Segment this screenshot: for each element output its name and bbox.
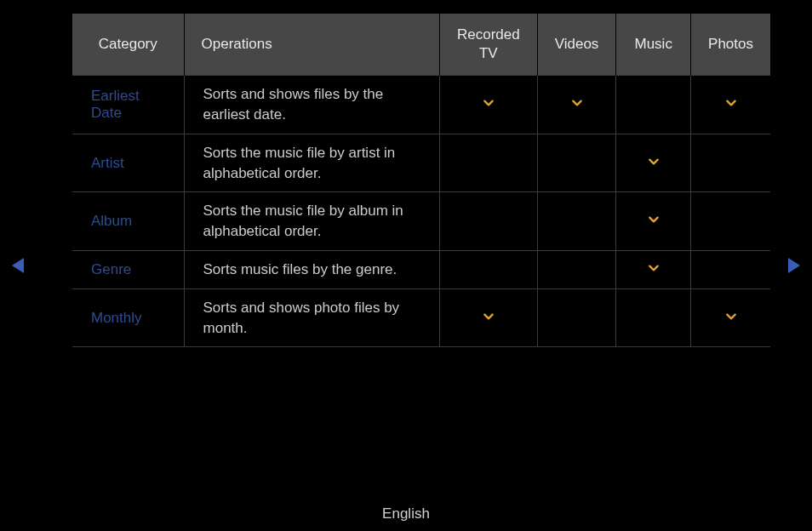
table-row: AlbumSorts the music file by album in al… <box>72 192 770 251</box>
header-category: Category <box>72 14 184 76</box>
sort-options-table: Category Operations Recorded TV Videos M… <box>72 14 770 347</box>
category-cell: Genre <box>72 250 184 288</box>
photos-cell <box>691 250 770 288</box>
recorded_tv-cell <box>439 250 537 288</box>
category-cell: Album <box>72 192 184 251</box>
chevron-down-icon <box>725 96 737 108</box>
chevron-down-icon <box>648 261 660 273</box>
table-row: Earliest DateSorts and shows files by th… <box>72 76 770 134</box>
recorded_tv-cell <box>439 192 537 251</box>
photos-cell <box>691 288 770 347</box>
photos-cell <box>691 192 770 251</box>
operations-cell: Sorts and shows photo files by month. <box>184 288 439 347</box>
recorded_tv-cell <box>439 288 537 347</box>
header-videos: Videos <box>537 14 616 76</box>
chevron-down-icon <box>725 310 737 322</box>
music-cell <box>616 250 691 288</box>
category-cell: Artist <box>72 134 184 192</box>
chevron-down-icon <box>483 96 495 108</box>
videos-cell <box>537 250 616 288</box>
table-row: ArtistSorts the music file by artist in … <box>72 134 770 192</box>
music-cell <box>616 134 691 192</box>
chevron-down-icon <box>648 213 660 225</box>
chevron-down-icon <box>571 96 583 108</box>
footer-language: English <box>0 505 812 522</box>
chevron-down-icon <box>483 310 495 322</box>
videos-cell <box>537 288 616 347</box>
operations-cell: Sorts music files by the genre. <box>184 250 439 288</box>
music-cell <box>616 288 691 347</box>
header-photos: Photos <box>691 14 770 76</box>
videos-cell <box>537 134 616 192</box>
nav-next-button[interactable] <box>788 258 800 273</box>
operations-cell: Sorts and shows files by the earliest da… <box>184 76 439 134</box>
videos-cell <box>537 192 616 251</box>
recorded_tv-cell <box>439 134 537 192</box>
operations-cell: Sorts the music file by artist in alphab… <box>184 134 439 192</box>
table-row: MonthlySorts and shows photo files by mo… <box>72 288 770 347</box>
photos-cell <box>691 76 770 134</box>
category-cell: Earliest Date <box>72 76 184 134</box>
videos-cell <box>537 76 616 134</box>
table-row: GenreSorts music files by the genre. <box>72 250 770 288</box>
category-cell: Monthly <box>72 288 184 347</box>
chevron-down-icon <box>648 155 660 167</box>
music-cell <box>616 192 691 251</box>
photos-cell <box>691 134 770 192</box>
recorded_tv-cell <box>439 76 537 134</box>
header-recorded-tv: Recorded TV <box>439 14 537 76</box>
music-cell <box>616 76 691 134</box>
operations-cell: Sorts the music file by album in alphabe… <box>184 192 439 251</box>
nav-prev-button[interactable] <box>12 258 24 273</box>
header-operations: Operations <box>184 14 439 76</box>
header-music: Music <box>616 14 691 76</box>
